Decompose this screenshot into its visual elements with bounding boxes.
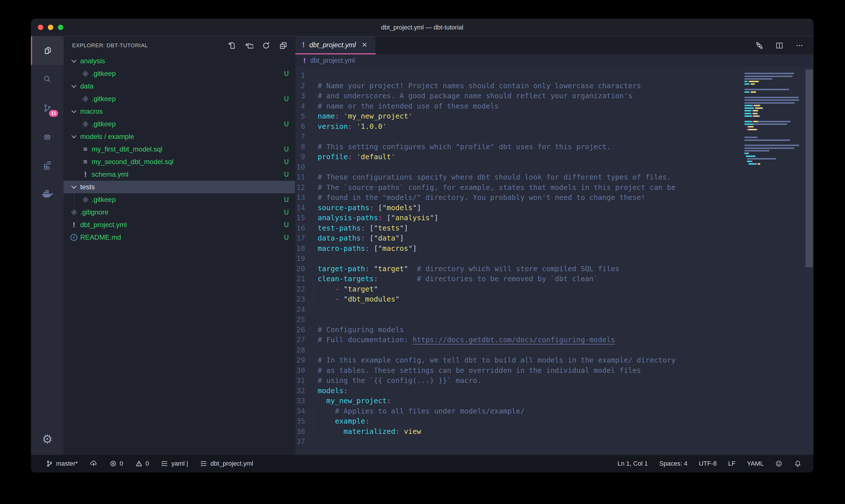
activity-search[interactable] <box>31 65 64 94</box>
status-item[interactable]: 0 <box>109 460 123 467</box>
code-line: 9profile: 'default' <box>295 152 813 162</box>
activity-source-control[interactable]: 11 <box>31 94 64 122</box>
status-item[interactable] <box>794 460 802 467</box>
code-line: 4# name or the intended use of these mod… <box>295 101 813 111</box>
git-file-icon <box>82 196 89 203</box>
line-number: 8 <box>295 142 305 152</box>
more-actions-icon[interactable] <box>795 41 804 50</box>
code-line: 14source-paths: ["models"] <box>295 203 813 213</box>
window-title: dbt_project.yml — dbt-tutorial <box>381 24 463 31</box>
tree-item[interactable]: models / example <box>64 130 295 143</box>
chevron-down-icon <box>72 83 76 88</box>
code-line: 7 <box>295 131 813 142</box>
split-editor-icon[interactable] <box>775 41 784 50</box>
line-number: 23 <box>295 294 305 304</box>
line-number: 34 <box>295 406 305 416</box>
git-status-untracked: U <box>284 221 289 229</box>
vertical-scrollbar[interactable] <box>806 70 813 267</box>
status-item[interactable]: LF <box>728 460 736 467</box>
activity-bar: 11⚙ <box>31 36 64 455</box>
modified-indicator-icon: ! <box>302 40 305 49</box>
git-status-untracked: U <box>284 209 289 216</box>
code-line: 36 materialized: view <box>295 426 813 437</box>
refresh-icon[interactable] <box>261 41 271 50</box>
breadcrumb[interactable]: ! dbt_project.yml <box>295 54 813 67</box>
tree-item[interactable]: .gitkeepU <box>64 118 295 130</box>
code-line: 20target-path: "target" # directory whic… <box>295 264 813 274</box>
zoom-window-button[interactable] <box>58 25 63 30</box>
code-line: 3# and underscores. A good package name … <box>295 91 813 101</box>
status-item[interactable]: YAML <box>747 460 763 467</box>
git-status-untracked: U <box>284 70 289 78</box>
code-line: 1 <box>295 70 813 81</box>
code-line: 2# Name your project! Project names shou… <box>295 81 813 91</box>
status-item[interactable]: dbt_project.yml <box>200 460 253 467</box>
close-window-button[interactable] <box>38 25 43 30</box>
status-item[interactable]: master* <box>46 460 78 467</box>
chevron-down-icon <box>72 58 76 63</box>
line-number: 20 <box>295 264 305 274</box>
git-status-untracked: U <box>284 171 289 178</box>
line-number: 27 <box>295 335 305 345</box>
tree-item[interactable]: ≡my_second_dbt_model.sqlU <box>64 156 295 168</box>
yaml-file-icon: ! <box>84 170 87 179</box>
status-item[interactable] <box>90 460 97 467</box>
tree-item[interactable]: macros <box>64 105 295 118</box>
activity-extensions[interactable] <box>31 151 64 180</box>
code-line: 24 <box>295 304 813 315</box>
status-item[interactable]: 0 <box>135 460 149 467</box>
line-number: 1 <box>295 70 305 81</box>
tree-item[interactable]: analysis <box>64 55 295 67</box>
new-file-icon[interactable] <box>227 41 237 50</box>
minimize-window-button[interactable] <box>48 25 53 30</box>
tree-item[interactable]: !schema.ymlU <box>64 168 295 181</box>
close-tab-icon[interactable]: ✕ <box>360 40 368 50</box>
status-bar: master*00yaml |dbt_project.yml Ln 1, Col… <box>31 455 813 472</box>
status-item[interactable]: Ln 1, Col 1 <box>617 460 648 467</box>
tree-item[interactable]: .gitkeepU <box>64 193 295 206</box>
line-number: 33 <box>295 396 305 406</box>
tree-item[interactable]: tests <box>64 181 295 193</box>
tree-item[interactable]: .gitkeepU <box>64 92 295 105</box>
tree-item[interactable]: ≡my_first_dbt_model.sqlU <box>64 143 295 156</box>
window-controls <box>38 19 63 36</box>
code-line: 27# Full documentation: https://docs.get… <box>295 335 813 345</box>
collapse-all-icon[interactable] <box>278 41 288 50</box>
line-number: 4 <box>295 101 305 111</box>
activity-files[interactable] <box>31 36 64 65</box>
line-number: 10 <box>295 162 305 173</box>
tree-item[interactable]: iREADME.mdU <box>64 231 295 244</box>
line-number: 11 <box>295 172 305 182</box>
sql-file-icon: ≡ <box>83 146 87 152</box>
open-changes-icon[interactable] <box>755 41 763 50</box>
status-item[interactable]: yaml | <box>161 460 188 467</box>
code-line: 11# These configurations specify where d… <box>295 172 813 182</box>
tree-item[interactable]: .gitignoreU <box>64 206 295 218</box>
line-number: 19 <box>295 253 305 264</box>
line-number: 28 <box>295 345 305 355</box>
code-line: 29# In this example config, we tell dbt … <box>295 355 813 365</box>
gear-icon[interactable]: ⚙ <box>31 423 64 455</box>
activity-debug[interactable] <box>31 122 64 151</box>
new-folder-icon[interactable] <box>244 41 254 50</box>
tree-item[interactable]: data <box>64 80 295 92</box>
git-status-untracked: U <box>284 120 289 128</box>
code-line: 17data-paths: ["data"] <box>295 233 813 244</box>
git-file-icon <box>82 121 89 127</box>
activity-docker[interactable] <box>31 180 64 208</box>
code-editor[interactable]: 12# Name your project! Project names sho… <box>295 67 813 455</box>
code-line: 28 <box>295 345 813 355</box>
tree-item[interactable]: !dbt_project.ymlU <box>64 218 295 231</box>
git-status-untracked: U <box>284 95 289 103</box>
code-line: 18macro-paths: ["macros"] <box>295 244 813 254</box>
sql-file-icon: ≡ <box>83 158 87 165</box>
status-item[interactable]: Spaces: 4 <box>659 460 687 467</box>
line-number: 32 <box>295 386 305 396</box>
tab-dbt-project-yml[interactable]: ! dbt_project.yml ✕ <box>295 36 376 54</box>
status-item[interactable] <box>775 460 783 467</box>
status-item[interactable]: UTF-8 <box>699 460 717 467</box>
tree-item[interactable]: .gitkeepU <box>64 67 295 80</box>
line-number: 21 <box>295 274 305 284</box>
minimap[interactable] <box>743 70 805 168</box>
line-number: 17 <box>295 233 305 244</box>
